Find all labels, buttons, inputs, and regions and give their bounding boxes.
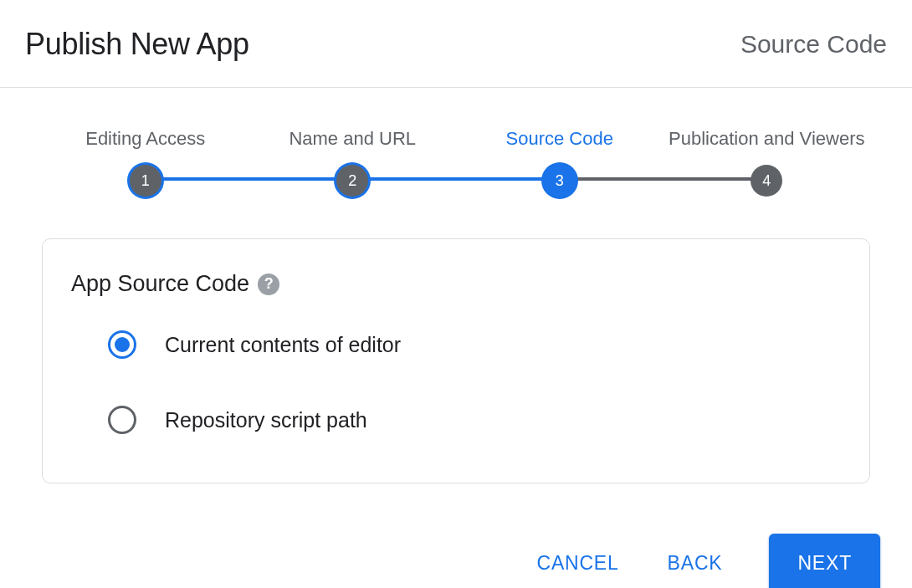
back-button[interactable]: BACK [666,549,725,578]
step-number-circle: 4 [751,165,782,197]
dialog-header: Publish New App Source Code [0,0,912,88]
stepper: Editing Access 1 Name and URL 2 Source C… [0,88,912,222]
step-number-circle: 1 [130,165,161,197]
dialog-footer: CANCEL BACK NEXT [0,483,912,588]
source-code-radio-group: Current contents of editor Repository sc… [71,330,841,434]
source-code-card: App Source Code ? Current contents of ed… [42,238,870,483]
cancel-button[interactable]: CANCEL [535,549,621,578]
step-label: Source Code [506,128,613,150]
radio-option-repository-path[interactable]: Repository script path [108,406,841,434]
step-name-and-url[interactable]: Name and URL 2 [249,128,457,197]
current-step-name: Source Code [740,30,887,59]
radio-icon [108,330,136,359]
step-number-circle: 3 [544,165,576,197]
section-title-text: App Source Code [71,271,249,297]
step-publication-and-viewers[interactable]: Publication and Viewers 4 [664,128,871,197]
step-editing-access[interactable]: Editing Access 1 [42,128,249,197]
step-label: Publication and Viewers [669,128,864,150]
dialog-title: Publish New App [25,27,249,62]
step-label: Editing Access [85,128,205,150]
step-connector-3-4 [565,177,774,181]
step-source-code[interactable]: Source Code 3 [456,128,664,197]
step-label: Name and URL [289,128,416,150]
next-button[interactable]: NEXT [769,534,880,588]
step-connector-1-2 [146,177,347,181]
radio-icon [108,406,136,434]
help-icon[interactable]: ? [258,274,279,295]
radio-label: Current contents of editor [165,333,401,357]
step-number-circle: 2 [336,165,368,197]
radio-label: Repository script path [165,408,367,432]
section-heading: App Source Code ? [71,271,841,297]
step-connector-2-3 [351,177,561,181]
radio-option-current-editor[interactable]: Current contents of editor [108,330,841,359]
